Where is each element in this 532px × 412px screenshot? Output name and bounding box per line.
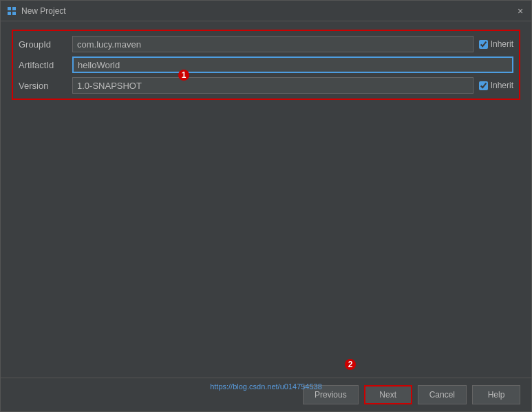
artifactid-row: ArtifactId: [13, 54, 519, 75]
version-row: Version Inherit: [13, 75, 519, 96]
groupid-input-container: Inherit: [72, 36, 513, 52]
title-bar: New Project ×: [1, 1, 531, 21]
svg-rect-1: [12, 7, 16, 10]
version-inherit-label: Inherit: [491, 81, 513, 90]
new-project-dialog: New Project × 1 GroupId Inherit Arti: [0, 0, 532, 412]
svg-rect-2: [8, 12, 11, 15]
window-icon: [6, 6, 17, 17]
version-inherit-checkbox[interactable]: Inherit: [479, 81, 513, 90]
groupid-input[interactable]: [72, 36, 474, 52]
svg-rect-3: [12, 12, 16, 15]
window-title: New Project: [21, 6, 515, 16]
groupid-label: GroupId: [19, 39, 67, 50]
version-input-container: Inherit: [72, 77, 513, 94]
annotation-badge-2: 2: [345, 359, 356, 370]
form-content: 1 GroupId Inherit ArtifactId: [1, 21, 531, 378]
version-input[interactable]: [72, 77, 474, 94]
empty-area: [12, 105, 520, 369]
next-button[interactable]: Next: [364, 385, 412, 404]
help-button[interactable]: Help: [472, 385, 520, 404]
artifactid-input[interactable]: [72, 56, 513, 73]
annotation-badge-1: 1: [178, 70, 189, 81]
groupid-inherit-checkbox[interactable]: Inherit: [479, 39, 513, 49]
footer: Previous Next Cancel Help: [1, 378, 531, 411]
svg-rect-0: [8, 7, 11, 10]
artifactid-label: ArtifactId: [19, 60, 67, 70]
close-button[interactable]: ×: [515, 6, 526, 17]
groupid-inherit-check[interactable]: [479, 40, 488, 49]
version-inherit-check[interactable]: [479, 81, 488, 90]
version-label: Version: [19, 81, 67, 91]
groupid-row: GroupId Inherit: [13, 34, 519, 54]
previous-button[interactable]: Previous: [303, 385, 359, 404]
maven-form-section: GroupId Inherit ArtifactId Version: [12, 30, 520, 100]
artifactid-input-container: [72, 56, 513, 73]
groupid-inherit-label: Inherit: [491, 39, 513, 49]
cancel-button[interactable]: Cancel: [418, 385, 467, 404]
